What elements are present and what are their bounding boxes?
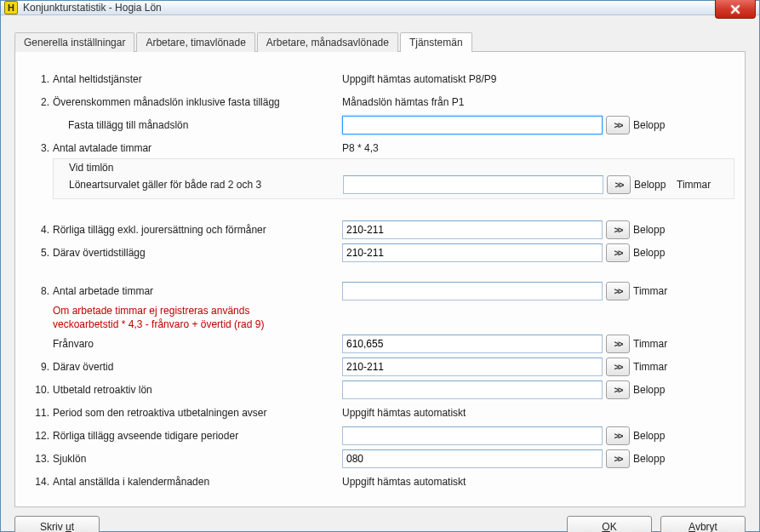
row-10-label: Utbetald retroaktiv lön <box>53 384 342 396</box>
window-title: Konjunkturstatistik - Hogia Lön <box>23 2 162 14</box>
input-arbetade-timmar[interactable] <box>342 282 603 300</box>
tabstrip: Generella inställningar Arbetare, timavl… <box>14 32 746 52</box>
row-8b-label: Frånvaro <box>53 338 342 350</box>
tab-generella[interactable]: Generella inställningar <box>14 32 134 52</box>
picker-retroaktiv-lon[interactable]: >> <box>606 380 630 399</box>
row-1-value: Uppgift hämtas automatiskt P8/P9 <box>342 73 496 85</box>
input-overtidstillagg[interactable] <box>342 243 603 262</box>
row-2b-label: Fasta tillägg till månadslön <box>53 119 342 131</box>
row-2: 2. Överenskommen månadslön inklusive fas… <box>26 92 734 112</box>
note-line1: Om arbetade timmar ej registreras använd… <box>53 305 342 317</box>
cancel-button[interactable]: Avbryt <box>660 516 746 532</box>
row-12-unit: Belopp <box>633 430 672 442</box>
row-11: 11. Period som den retroaktiva utbetalni… <box>26 403 734 423</box>
ok-button[interactable]: OK <box>567 516 652 532</box>
group-title-vid-timlon: Vid timlön <box>26 162 316 174</box>
row-9-num: 9. <box>26 361 53 373</box>
row-10-unit: Belopp <box>633 384 672 396</box>
picker-sjuklon[interactable]: >> <box>606 449 630 468</box>
input-sjuklon[interactable] <box>342 449 603 468</box>
row-13-unit: Belopp <box>633 453 672 465</box>
close-icon <box>730 4 740 14</box>
row-2-value: Månadslön hämtas från P1 <box>342 96 464 108</box>
row-14-value: Uppgift hämtas automatiskt <box>342 476 466 488</box>
row-11-num: 11. <box>26 407 53 419</box>
row-14: 14. Antal anställda i kalendermånaden Up… <box>26 472 734 492</box>
row-1-num: 1. <box>26 73 53 85</box>
row-10: 10. Utbetald retroaktiv lön >> Belopp <box>26 380 734 400</box>
tab-arbetare-manad[interactable]: Arbetare, månadsavlönade <box>257 32 398 52</box>
input-overtid[interactable] <box>342 358 603 376</box>
row-13: 13. Sjuklön >> Belopp <box>26 449 734 469</box>
picker-tidigare-perioder[interactable]: >> <box>606 426 630 445</box>
row-13-num: 13. <box>26 453 53 465</box>
print-button[interactable]: Skriv ut <box>14 516 100 532</box>
row-10-num: 10. <box>26 384 53 396</box>
picker-arbetade-timmar[interactable]: >> <box>606 282 630 300</box>
row-14-num: 14. <box>26 476 53 488</box>
input-loneartsurval[interactable] <box>343 175 603 194</box>
row-9-label: Därav övertid <box>53 361 342 373</box>
row-note: Om arbetade timmar ej registreras använd… <box>26 304 734 317</box>
row-3-label: Antal avtalade timmar <box>53 142 342 154</box>
tab-tjansteman[interactable]: Tjänstemän <box>400 32 472 52</box>
row-12-label: Rörliga tillägg avseende tidigare period… <box>53 430 342 442</box>
row-9: 9. Därav övertid >> Timmar <box>26 357 734 377</box>
row-5-num: 5. <box>26 247 53 259</box>
row-8-unit: Timmar <box>633 285 672 297</box>
tab-arbetare-tim[interactable]: Arbetare, timavlönade <box>136 32 254 52</box>
row-4-num: 4. <box>26 224 53 236</box>
input-retroaktiv-lon[interactable] <box>342 380 603 399</box>
row-12-num: 12. <box>26 430 53 442</box>
row-note2: veckoarbetstid * 4,3 - frånvaro + överti… <box>26 317 734 331</box>
note-line2: veckoarbetstid * 4,3 - frånvaro + överti… <box>53 318 342 330</box>
input-tidigare-perioder[interactable] <box>342 426 603 445</box>
row-2-num: 2. <box>26 96 53 108</box>
row-4-label: Rörliga tillägg exkl. jourersättning och… <box>53 224 342 236</box>
picker-rorliga-tillagg[interactable]: >> <box>606 220 630 239</box>
group-vid-timlon: Vid timlön Löneartsurvalet gäller för bå… <box>53 158 734 199</box>
button-bar: Skriv ut OK Avbryt <box>14 507 746 532</box>
row-11-value: Uppgift hämtas automatiskt <box>342 407 466 419</box>
row-14-label: Antal anställda i kalendermånaden <box>53 476 342 488</box>
app-window: H Konjunkturstatistik - Hogia Lön Genere… <box>0 0 760 532</box>
row-3-num: 3. <box>26 142 53 154</box>
row-11-label: Period som den retroaktiva utbetalningen… <box>53 407 342 419</box>
input-franvaro[interactable] <box>342 335 603 353</box>
picker-overtid[interactable]: >> <box>606 358 630 376</box>
row-2-label: Överenskommen månadslön inklusive fasta … <box>53 96 342 108</box>
row-2b: Fasta tillägg till månadslön >> Belopp <box>26 115 734 135</box>
input-rorliga-tillagg[interactable] <box>342 220 603 239</box>
row-5: 5. Därav övertidstillägg >> Belopp <box>26 243 734 263</box>
app-icon: H <box>4 1 18 14</box>
row-3i-label: Löneartsurvalet gäller för både rad 2 oc… <box>26 179 343 191</box>
row-9-unit: Timmar <box>633 361 672 373</box>
content-area: Generella inställningar Arbetare, timavl… <box>1 15 759 532</box>
picker-loneartsurval[interactable]: >> <box>607 175 631 194</box>
row-8b-unit: Timmar <box>633 338 672 350</box>
row-3-value: P8 * 4,3 <box>342 142 379 154</box>
tab-panel: 1. Antal heltidstjänster Uppgift hämtas … <box>14 51 746 507</box>
row-2b-unit: Belopp <box>633 119 672 131</box>
row-3: 3. Antal avtalade timmar P8 * 4,3 <box>26 138 734 158</box>
titlebar: H Konjunkturstatistik - Hogia Lön <box>1 1 759 15</box>
picker-franvaro[interactable]: >> <box>606 335 630 353</box>
row-12: 12. Rörliga tillägg avseende tidigare pe… <box>26 426 734 446</box>
row-5-label: Därav övertidstillägg <box>53 247 342 259</box>
picker-fasta-tillagg[interactable]: >> <box>606 116 630 134</box>
row-1-label: Antal heltidstjänster <box>53 73 342 85</box>
row-8: 8. Antal arbetade timmar >> Timmar <box>26 281 734 301</box>
row-8b: Frånvaro >> Timmar <box>26 334 734 354</box>
row-3i: Löneartsurvalet gäller för både rad 2 oc… <box>54 174 734 195</box>
close-button[interactable] <box>715 0 756 19</box>
row-1: 1. Antal heltidstjänster Uppgift hämtas … <box>26 69 734 89</box>
row-3i-unit2: Timmar <box>677 179 716 191</box>
row-4-unit: Belopp <box>633 224 672 236</box>
picker-overtidstillagg[interactable]: >> <box>606 243 630 262</box>
row-3i-unit1: Belopp <box>634 179 673 191</box>
row-8-label: Antal arbetade timmar <box>53 285 342 297</box>
row-13-label: Sjuklön <box>53 453 342 465</box>
row-5-unit: Belopp <box>633 247 672 259</box>
input-fasta-tillagg[interactable] <box>342 116 603 134</box>
row-4: 4. Rörliga tillägg exkl. jourersättning … <box>26 220 734 240</box>
